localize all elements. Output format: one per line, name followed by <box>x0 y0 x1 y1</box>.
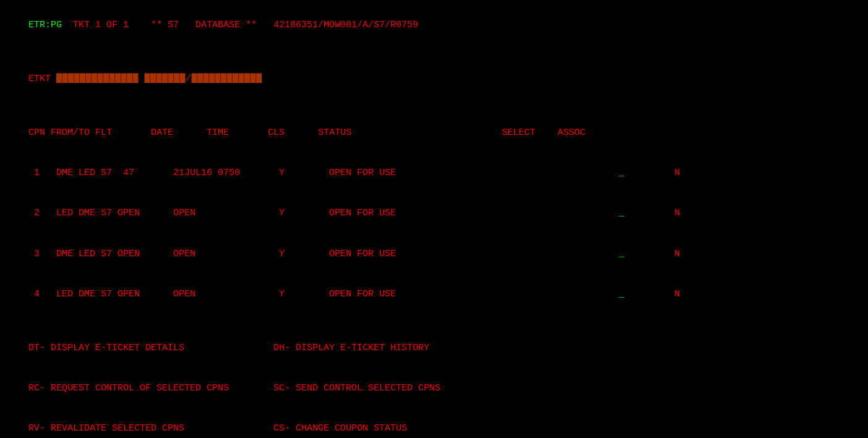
table-row: 4 LED DME S7 OPEN OPEN Y OPEN FOR USE _ … <box>6 274 862 314</box>
terminal-screen: ETR:PG TKT 1 OF 1 ** S7 DATABASE ** 4218… <box>6 5 862 433</box>
blank-3 <box>6 314 862 328</box>
cmd-line-2: RC- REQUEST CONTROL OF SELECTED CPNS SC-… <box>6 368 862 408</box>
title-text: TKT 1 OF 1 ** S7 DATABASE ** 42186351/MO… <box>62 20 418 30</box>
blank-2 <box>6 99 862 113</box>
title-line: ETR:PG TKT 1 OF 1 ** S7 DATABASE ** 4218… <box>6 5 862 45</box>
col-time: TIME <box>207 127 268 138</box>
col-date: DATE <box>151 127 207 138</box>
etkt-label: ETKT <box>28 74 56 84</box>
etkt-value: ██████████████ ███████/████████████ <box>56 74 262 84</box>
table-row: 2 LED DME S7 OPEN OPEN Y OPEN FOR USE _ … <box>6 194 862 234</box>
col-assoc: ASSOC <box>557 127 585 138</box>
etr-pg: ETR:PG <box>28 20 62 30</box>
table-row: 3 DME LED S7 OPEN OPEN Y OPEN FOR USE _ … <box>6 234 862 274</box>
col-select: SELECT <box>502 127 557 138</box>
col-cls: CLS <box>268 127 318 138</box>
col-flt: FLT <box>95 127 151 138</box>
col-fromto: FROM/TO <box>51 127 95 138</box>
blank-1 <box>6 45 862 59</box>
table-row: 1 DME LED S7 47 21JUL16 0750 Y OPEN FOR … <box>6 153 862 193</box>
col-status: STATUS <box>318 127 502 138</box>
etkt-line: ETKT ██████████████ ███████/████████████ <box>6 59 862 99</box>
col-cpn: CPN <box>28 127 51 138</box>
cmd-line-1: DT- DISPLAY E-TICKET DETAILS DH- DISPLAY… <box>6 328 862 368</box>
column-headers: CPN FROM/TO FLT DATE TIME CLS STATUS SEL… <box>6 113 862 153</box>
cmd-line-3: RV- REVALIDATE SELECTED CPNS CS- CHANGE … <box>6 409 862 439</box>
